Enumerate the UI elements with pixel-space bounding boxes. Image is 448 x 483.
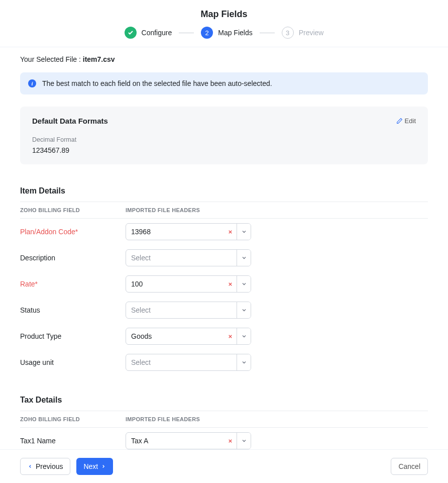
- col-zoho-field: ZOHO BILLING FIELD: [20, 411, 126, 428]
- col-imported-headers: IMPORTED FILE HEADERS: [126, 411, 428, 428]
- chevron-left-icon: [28, 464, 33, 469]
- chevron-down-icon: [241, 438, 247, 444]
- select-value: 100: [126, 276, 223, 292]
- clear-selection-button[interactable]: [223, 224, 237, 240]
- default-data-formats-card: Default Data Formats Edit Decimal Format…: [20, 107, 428, 164]
- item-details-title: Item Details: [20, 186, 428, 196]
- field-label: Tax1 Name: [20, 428, 126, 450]
- field-mapping-select[interactable]: 13968: [126, 223, 251, 240]
- mapping-row: Usage unitSelect: [20, 349, 428, 375]
- chevron-down-icon: [241, 281, 247, 287]
- select-dropdown-button[interactable]: [237, 328, 251, 344]
- field-mapping-select[interactable]: Goods: [126, 328, 251, 345]
- formats-title: Default Data Formats: [32, 117, 108, 125]
- field-label: Product Type: [20, 323, 126, 349]
- previous-label: Previous: [36, 462, 63, 470]
- close-icon: [228, 334, 233, 339]
- info-text: The best match to each field on the sele…: [42, 79, 272, 87]
- chevron-down-icon: [241, 307, 247, 313]
- field-mapping-select[interactable]: Select: [126, 249, 251, 266]
- close-icon: [228, 438, 233, 444]
- page-title: Map Fields: [0, 9, 448, 20]
- cancel-button[interactable]: Cancel: [391, 458, 428, 475]
- col-zoho-field: ZOHO BILLING FIELD: [20, 202, 126, 219]
- auto-select-info-banner: i The best match to each field on the se…: [20, 72, 428, 94]
- select-value: 13968: [126, 224, 223, 240]
- step-connector: [179, 33, 194, 33]
- next-button[interactable]: Next: [76, 458, 113, 475]
- decimal-format-value: 1234567.89: [32, 146, 416, 154]
- select-value: Select: [126, 302, 237, 318]
- step-label: Configure: [142, 29, 172, 37]
- previous-button[interactable]: Previous: [20, 458, 70, 475]
- field-label: Usage unit: [20, 349, 126, 375]
- chevron-down-icon: [241, 229, 247, 235]
- select-value: Select: [126, 250, 237, 266]
- clear-selection-button[interactable]: [223, 276, 237, 292]
- clear-selection-button[interactable]: [223, 433, 237, 449]
- chevron-down-icon: [241, 255, 247, 261]
- field-mapping-select[interactable]: 100: [126, 275, 251, 293]
- item-details-table: ZOHO BILLING FIELD IMPORTED FILE HEADERS…: [20, 202, 428, 375]
- chevron-down-icon: [241, 333, 247, 339]
- close-icon: [228, 229, 233, 235]
- edit-label: Edit: [405, 117, 416, 125]
- mapping-row: Plan/Addon Code*13968: [20, 219, 428, 245]
- mapping-row: Rate*100: [20, 271, 428, 297]
- step-preview: 3 Preview: [282, 27, 324, 39]
- chevron-right-icon: [101, 464, 106, 469]
- mapping-row: Product TypeGoods: [20, 323, 428, 349]
- selected-file-name: item7.csv: [83, 55, 115, 63]
- pencil-icon: [396, 118, 403, 124]
- select-value: Tax A: [126, 433, 223, 449]
- field-label: Status: [20, 297, 126, 323]
- step-label: Preview: [299, 29, 324, 37]
- field-label: Description: [20, 245, 126, 271]
- step-label: Map Fields: [218, 29, 252, 37]
- select-value: Select: [126, 354, 237, 370]
- mapping-row: DescriptionSelect: [20, 245, 428, 271]
- tax-details-title: Tax Details: [20, 396, 428, 405]
- select-dropdown-button[interactable]: [237, 276, 251, 292]
- select-dropdown-button[interactable]: [237, 302, 251, 318]
- field-mapping-select[interactable]: Tax A: [126, 432, 251, 449]
- select-dropdown-button[interactable]: [237, 433, 251, 449]
- decimal-format-label: Decimal Format: [32, 136, 416, 143]
- mapping-row: Tax1 NameTax A: [20, 428, 428, 450]
- next-label: Next: [83, 462, 98, 470]
- select-dropdown-button[interactable]: [237, 250, 251, 266]
- cancel-label: Cancel: [398, 462, 420, 470]
- edit-formats-button[interactable]: Edit: [396, 117, 416, 125]
- step-map-fields: 2 Map Fields: [201, 27, 252, 39]
- step-number: 2: [201, 27, 213, 39]
- footer-bar: Previous Next Cancel: [0, 449, 448, 483]
- close-icon: [228, 281, 233, 287]
- select-value: Goods: [126, 328, 223, 344]
- select-dropdown-button[interactable]: [237, 354, 251, 370]
- stepper: Configure 2 Map Fields 3 Preview: [0, 27, 448, 39]
- tax-details-table: ZOHO BILLING FIELD IMPORTED FILE HEADERS…: [20, 411, 428, 449]
- info-icon: i: [28, 79, 36, 87]
- field-mapping-select[interactable]: Select: [126, 354, 251, 371]
- col-imported-headers: IMPORTED FILE HEADERS: [126, 202, 428, 219]
- chevron-down-icon: [241, 359, 247, 365]
- step-connector: [260, 33, 275, 33]
- step-configure: Configure: [125, 27, 172, 39]
- clear-selection-button[interactable]: [223, 328, 237, 344]
- field-label: Plan/Addon Code*: [20, 219, 126, 245]
- select-dropdown-button[interactable]: [237, 224, 251, 240]
- selected-file-prefix: Your Selected File :: [20, 55, 83, 63]
- field-mapping-select[interactable]: Select: [126, 302, 251, 319]
- mapping-row: StatusSelect: [20, 297, 428, 323]
- selected-file: Your Selected File : item7.csv: [20, 55, 428, 63]
- field-label: Rate*: [20, 271, 126, 297]
- step-done-icon: [125, 27, 137, 39]
- step-number: 3: [282, 27, 294, 39]
